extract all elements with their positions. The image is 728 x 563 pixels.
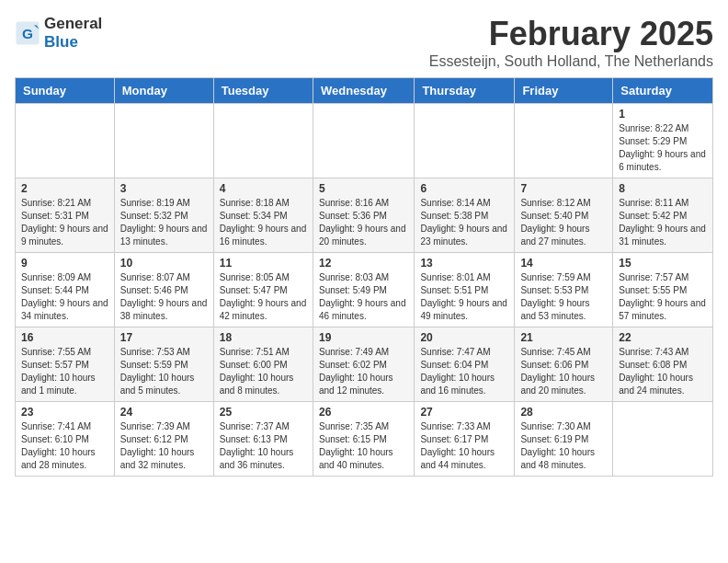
calendar-week-row: 23Sunrise: 7:41 AM Sunset: 6:10 PM Dayli… <box>16 402 713 477</box>
calendar-cell: 12Sunrise: 8:03 AM Sunset: 5:49 PM Dayli… <box>313 253 414 327</box>
calendar-cell: 18Sunrise: 7:51 AM Sunset: 6:00 PM Dayli… <box>213 327 313 402</box>
calendar-cell: 19Sunrise: 7:49 AM Sunset: 6:02 PM Dayli… <box>313 327 414 402</box>
weekday-header-monday: Monday <box>114 78 213 104</box>
cell-info-text: Sunrise: 8:21 AM Sunset: 5:31 PM Dayligh… <box>21 197 108 248</box>
cell-info-text: Sunrise: 7:41 AM Sunset: 6:10 PM Dayligh… <box>21 420 108 472</box>
calendar-cell: 10Sunrise: 8:07 AM Sunset: 5:46 PM Dayli… <box>114 253 213 327</box>
calendar-cell: 16Sunrise: 7:55 AM Sunset: 5:57 PM Dayli… <box>16 327 115 402</box>
cell-info-text: Sunrise: 7:57 AM Sunset: 5:55 PM Dayligh… <box>619 271 707 323</box>
calendar-cell: 17Sunrise: 7:53 AM Sunset: 5:59 PM Dayli… <box>114 327 213 402</box>
calendar-cell: 3Sunrise: 8:19 AM Sunset: 5:32 PM Daylig… <box>114 178 213 253</box>
calendar-cell <box>114 104 213 178</box>
calendar-cell: 22Sunrise: 7:43 AM Sunset: 6:08 PM Dayli… <box>613 327 713 402</box>
weekday-header-wednesday: Wednesday <box>313 78 414 104</box>
cell-info-text: Sunrise: 8:22 AM Sunset: 5:29 PM Dayligh… <box>619 122 707 174</box>
calendar-cell: 25Sunrise: 7:37 AM Sunset: 6:13 PM Dayli… <box>213 402 313 477</box>
calendar-cell: 21Sunrise: 7:45 AM Sunset: 6:06 PM Dayli… <box>515 327 613 402</box>
cell-info-text: Sunrise: 7:43 AM Sunset: 6:08 PM Dayligh… <box>619 346 707 397</box>
cell-date-number: 11 <box>220 257 307 270</box>
calendar-cell: 9Sunrise: 8:09 AM Sunset: 5:44 PM Daylig… <box>16 253 115 327</box>
calendar-title: February 2025 <box>429 15 713 53</box>
cell-info-text: Sunrise: 7:35 AM Sunset: 6:15 PM Dayligh… <box>319 420 408 472</box>
cell-info-text: Sunrise: 7:49 AM Sunset: 6:02 PM Dayligh… <box>319 346 408 397</box>
cell-info-text: Sunrise: 7:55 AM Sunset: 5:57 PM Dayligh… <box>21 346 108 397</box>
calendar-cell <box>16 104 115 178</box>
cell-info-text: Sunrise: 7:59 AM Sunset: 5:53 PM Dayligh… <box>520 271 607 323</box>
weekday-header-saturday: Saturday <box>613 78 713 104</box>
calendar-cell: 20Sunrise: 7:47 AM Sunset: 6:04 PM Dayli… <box>415 327 515 402</box>
weekday-header-tuesday: Tuesday <box>213 78 313 104</box>
calendar-table: SundayMondayTuesdayWednesdayThursdayFrid… <box>15 77 713 477</box>
calendar-cell <box>415 104 515 178</box>
calendar-cell <box>515 104 613 178</box>
cell-info-text: Sunrise: 7:53 AM Sunset: 5:59 PM Dayligh… <box>120 346 208 397</box>
cell-info-text: Sunrise: 8:12 AM Sunset: 5:40 PM Dayligh… <box>520 197 607 248</box>
calendar-cell: 28Sunrise: 7:30 AM Sunset: 6:19 PM Dayli… <box>515 402 613 477</box>
calendar-cell: 15Sunrise: 7:57 AM Sunset: 5:55 PM Dayli… <box>613 253 713 327</box>
cell-info-text: Sunrise: 7:37 AM Sunset: 6:13 PM Dayligh… <box>220 420 307 472</box>
title-area: February 2025 Essesteijn, South Holland,… <box>429 15 713 70</box>
calendar-week-row: 16Sunrise: 7:55 AM Sunset: 5:57 PM Dayli… <box>16 327 713 402</box>
calendar-cell: 24Sunrise: 7:39 AM Sunset: 6:12 PM Dayli… <box>114 402 213 477</box>
cell-date-number: 23 <box>21 406 108 419</box>
calendar-week-row: 2Sunrise: 8:21 AM Sunset: 5:31 PM Daylig… <box>16 178 713 253</box>
cell-info-text: Sunrise: 7:30 AM Sunset: 6:19 PM Dayligh… <box>520 420 607 472</box>
cell-date-number: 28 <box>520 406 607 419</box>
cell-info-text: Sunrise: 7:39 AM Sunset: 6:12 PM Dayligh… <box>120 420 208 472</box>
calendar-cell: 8Sunrise: 8:11 AM Sunset: 5:42 PM Daylig… <box>613 178 713 253</box>
cell-date-number: 21 <box>520 331 607 344</box>
cell-date-number: 9 <box>21 257 108 270</box>
cell-info-text: Sunrise: 8:14 AM Sunset: 5:38 PM Dayligh… <box>420 197 508 248</box>
calendar-cell: 23Sunrise: 7:41 AM Sunset: 6:10 PM Dayli… <box>16 402 115 477</box>
logo-text: General Blue <box>44 15 102 52</box>
calendar-cell: 2Sunrise: 8:21 AM Sunset: 5:31 PM Daylig… <box>16 178 115 253</box>
cell-date-number: 17 <box>120 331 208 344</box>
cell-info-text: Sunrise: 8:07 AM Sunset: 5:46 PM Dayligh… <box>120 271 208 323</box>
cell-date-number: 10 <box>120 257 208 270</box>
cell-info-text: Sunrise: 8:01 AM Sunset: 5:51 PM Dayligh… <box>420 271 508 323</box>
calendar-cell: 13Sunrise: 8:01 AM Sunset: 5:51 PM Dayli… <box>415 253 515 327</box>
svg-text:G: G <box>22 26 33 41</box>
cell-info-text: Sunrise: 8:16 AM Sunset: 5:36 PM Dayligh… <box>319 197 408 248</box>
calendar-cell: 11Sunrise: 8:05 AM Sunset: 5:47 PM Dayli… <box>213 253 313 327</box>
calendar-week-row: 9Sunrise: 8:09 AM Sunset: 5:44 PM Daylig… <box>16 253 713 327</box>
calendar-cell: 5Sunrise: 8:16 AM Sunset: 5:36 PM Daylig… <box>313 178 414 253</box>
cell-date-number: 25 <box>220 406 307 419</box>
cell-date-number: 18 <box>220 331 307 344</box>
cell-date-number: 2 <box>21 182 108 195</box>
calendar-cell: 14Sunrise: 7:59 AM Sunset: 5:53 PM Dayli… <box>515 253 613 327</box>
cell-info-text: Sunrise: 8:19 AM Sunset: 5:32 PM Dayligh… <box>120 197 208 248</box>
cell-date-number: 6 <box>420 182 508 195</box>
cell-date-number: 7 <box>520 182 607 195</box>
weekday-header-thursday: Thursday <box>415 78 515 104</box>
cell-info-text: Sunrise: 8:11 AM Sunset: 5:42 PM Dayligh… <box>619 197 707 248</box>
calendar-subtitle: Essesteijn, South Holland, The Netherlan… <box>429 53 713 70</box>
cell-date-number: 12 <box>319 257 408 270</box>
cell-date-number: 1 <box>619 108 707 121</box>
weekday-header-sunday: Sunday <box>16 78 115 104</box>
calendar-cell <box>313 104 414 178</box>
calendar-cell: 7Sunrise: 8:12 AM Sunset: 5:40 PM Daylig… <box>515 178 613 253</box>
page-header: G General Blue February 2025 Essesteijn,… <box>15 15 713 70</box>
cell-date-number: 27 <box>420 406 508 419</box>
cell-date-number: 16 <box>21 331 108 344</box>
calendar-cell: 1Sunrise: 8:22 AM Sunset: 5:29 PM Daylig… <box>613 104 713 178</box>
cell-date-number: 22 <box>619 331 707 344</box>
cell-date-number: 4 <box>220 182 307 195</box>
calendar-cell: 6Sunrise: 8:14 AM Sunset: 5:38 PM Daylig… <box>415 178 515 253</box>
logo-icon: G <box>15 20 40 46</box>
cell-date-number: 26 <box>319 406 408 419</box>
calendar-cell: 4Sunrise: 8:18 AM Sunset: 5:34 PM Daylig… <box>213 178 313 253</box>
calendar-cell: 27Sunrise: 7:33 AM Sunset: 6:17 PM Dayli… <box>415 402 515 477</box>
weekday-header-friday: Friday <box>515 78 613 104</box>
cell-info-text: Sunrise: 7:33 AM Sunset: 6:17 PM Dayligh… <box>420 420 508 472</box>
cell-date-number: 5 <box>319 182 408 195</box>
cell-info-text: Sunrise: 8:18 AM Sunset: 5:34 PM Dayligh… <box>220 197 307 248</box>
cell-date-number: 15 <box>619 257 707 270</box>
weekday-header-row: SundayMondayTuesdayWednesdayThursdayFrid… <box>16 78 713 104</box>
cell-info-text: Sunrise: 8:09 AM Sunset: 5:44 PM Dayligh… <box>21 271 108 323</box>
calendar-cell <box>613 402 713 477</box>
cell-info-text: Sunrise: 7:45 AM Sunset: 6:06 PM Dayligh… <box>520 346 607 397</box>
cell-info-text: Sunrise: 8:05 AM Sunset: 5:47 PM Dayligh… <box>220 271 307 323</box>
cell-date-number: 13 <box>420 257 508 270</box>
